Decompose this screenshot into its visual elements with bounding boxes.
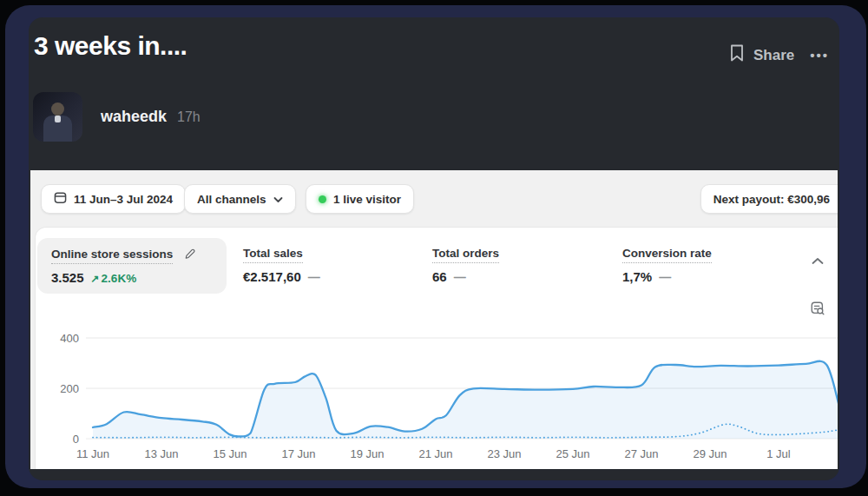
x-tick-label: 15 Jun [213, 447, 247, 460]
x-tick-label: 21 Jun [418, 447, 452, 460]
x-tick-label: 25 Jun [556, 447, 589, 460]
live-visitors-label: 1 live visitor [333, 193, 401, 206]
overflow-menu-button[interactable]: ••• [810, 48, 829, 63]
analytics-dashboard: 11 Jun–3 Jul 2024 All channels 1 live vi… [30, 170, 838, 469]
x-tick-label: 1 Jul [766, 447, 791, 460]
x-tick-label: 13 Jun [144, 447, 178, 460]
view-report-button[interactable] [810, 301, 825, 316]
metric-change-up: ↗2.6K% [91, 272, 137, 285]
x-tick-label: 17 Jun [281, 447, 315, 460]
next-payout-button[interactable]: Next payout: €300,96 [700, 184, 838, 214]
report-search-icon [810, 306, 825, 319]
live-dot-icon [319, 195, 326, 203]
avatar-silhouette-collar [55, 116, 61, 122]
date-range-label: 11 Jun–3 Jul 2024 [74, 193, 173, 206]
edit-pencil-icon[interactable] [183, 248, 196, 264]
y-tick-label: 200 [60, 382, 79, 395]
metric-total-orders[interactable]: Total orders 66 — [432, 247, 499, 284]
metric-value: 66 [432, 269, 447, 284]
x-tick-label: 19 Jun [350, 447, 384, 460]
series-area-current [93, 361, 838, 439]
share-button[interactable]: Share [728, 43, 794, 67]
channels-label: All channels [197, 193, 266, 206]
post-time: 17h [177, 109, 201, 125]
metric-label[interactable]: Conversion rate [622, 247, 712, 263]
x-tick-label: 27 Jun [624, 447, 658, 460]
chevron-up-icon [812, 255, 824, 268]
channels-dropdown[interactable]: All channels [184, 184, 296, 214]
metric-total-sales[interactable]: Total sales €2.517,60 — [243, 247, 320, 284]
author-name[interactable]: waheedk [101, 108, 167, 126]
y-tick-label: 400 [60, 332, 79, 345]
sessions-chart-area[interactable]: 020040011 Jun13 Jun15 Jun17 Jun19 Jun21 … [30, 325, 838, 469]
metric-change-flat: — [454, 270, 466, 284]
post-actions: Share ••• [728, 43, 829, 67]
post-title: 3 weeks in.... [34, 31, 187, 61]
live-visitors-button[interactable]: 1 live visitor [306, 184, 414, 214]
x-tick-label: 23 Jun [487, 447, 521, 460]
metric-label[interactable]: Online store sessions [51, 248, 173, 264]
x-tick-label: 29 Jun [693, 447, 727, 460]
metric-online-store-sessions[interactable]: Online store sessions 3.525 ↗2.6K% [37, 238, 227, 294]
metric-value: 1,7% [622, 269, 652, 284]
share-label: Share [753, 47, 794, 64]
avatar[interactable] [33, 92, 82, 142]
trend-up-icon: ↗ [91, 273, 100, 285]
y-tick-label: 0 [73, 433, 79, 446]
author-row: waheedk 17h [33, 92, 201, 142]
next-payout-label: Next payout: €300,96 [713, 193, 830, 206]
date-range-picker[interactable]: 11 Jun–3 Jul 2024 [41, 184, 186, 214]
collapse-chart-button[interactable] [812, 257, 824, 265]
chevron-down-icon [273, 193, 283, 206]
page-background: 3 weeks in.... Share ••• [0, 0, 868, 496]
metric-value: €2.517,60 [243, 269, 301, 284]
sessions-line-chart[interactable]: 020040011 Jun13 Jun15 Jun17 Jun19 Jun21 … [30, 325, 838, 469]
ellipsis-icon: ••• [810, 48, 829, 63]
bookmark-icon [728, 43, 746, 67]
calendar-icon [54, 191, 67, 207]
app-frame: 3 weeks in.... Share ••• [5, 5, 866, 488]
x-tick-label: 11 Jun [76, 447, 109, 460]
metric-value: 3.525 [51, 270, 84, 285]
metric-change-flat: — [308, 270, 320, 284]
metric-label[interactable]: Total orders [432, 247, 499, 263]
avatar-silhouette-head [51, 103, 64, 116]
metric-change-flat: — [659, 270, 671, 284]
metric-conversion-rate[interactable]: Conversion rate 1,7% — [622, 247, 712, 284]
post-card: 3 weeks in.... Share ••• [29, 17, 839, 480]
metric-label[interactable]: Total sales [243, 247, 303, 263]
